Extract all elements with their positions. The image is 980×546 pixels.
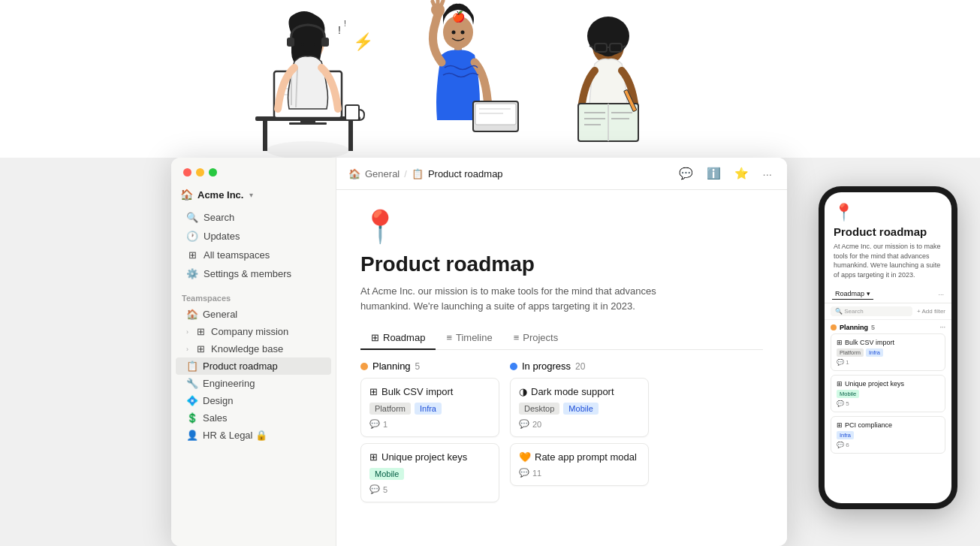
window-close-dot[interactable] (183, 168, 191, 176)
page-title: Product roadmap (360, 252, 763, 276)
phone-add-filter[interactable]: + Add filter (917, 308, 945, 315)
sidebar-item-sales[interactable]: 💲 Sales (176, 409, 331, 427)
nav-item-updates[interactable]: 🕐 Updates (176, 227, 331, 246)
kanban-column-in-progress: In progress 20 ◑ Dark mode support Deskt… (510, 360, 649, 508)
phone-column-more[interactable]: ··· (939, 324, 945, 331)
phone-mockup: 📍 Product roadmap At Acme Inc. our missi… (819, 186, 957, 509)
phone-card-footer-1: 💬 1 (837, 359, 939, 366)
home-icon: 🏠 (186, 309, 198, 320)
column-header-in-progress: In progress 20 (510, 360, 649, 372)
tab-roadmap[interactable]: ⊞ Roadmap (360, 327, 436, 350)
projects-icon: ≡ (514, 332, 520, 343)
table-icon: ⊞ (371, 332, 379, 343)
svg-point-35 (587, 17, 629, 56)
phone-card-title-2: ⊞ Unique project keys (837, 380, 939, 388)
page-icon: 📍 (360, 208, 763, 245)
sidebar: 🏠 Acme Inc. ▾ 🔍 Search 🕐 Updates ⊞ All t… (171, 158, 336, 546)
phone-tag-mobile: Mobile (837, 390, 859, 398)
tag-platform: Platform (369, 403, 411, 415)
chevron-right-icon: › (186, 328, 188, 336)
phone-search-box[interactable]: 🔍 Search (831, 306, 912, 316)
window-minimize-dot[interactable] (196, 168, 204, 176)
planning-label: Planning (372, 360, 411, 372)
tab-timeline[interactable]: ≡ Timeline (436, 327, 502, 350)
more-options-button[interactable]: ··· (759, 166, 775, 182)
sidebar-item-engineering[interactable]: 🔧 Engineering (176, 375, 331, 392)
kanban-card-unique-keys[interactable]: ⊞ Unique project keys Mobile 💬 5 (360, 443, 499, 502)
kanban-card-rate-app[interactable]: 🧡 Rate app prompt modal 💬 11 (510, 443, 649, 486)
svg-rect-30 (473, 101, 518, 131)
nav-item-settings[interactable]: ⚙️ Settings & members (176, 264, 331, 283)
svg-rect-1 (255, 116, 360, 121)
phone-card-2[interactable]: ⊞ Unique project keys Mobile 💬 5 (831, 375, 945, 412)
settings-icon: ⚙️ (186, 268, 198, 279)
svg-text:!: ! (338, 24, 341, 36)
nav-label-settings: Settings & members (204, 268, 291, 279)
tag-mobile-2: Mobile (563, 403, 598, 415)
nav-label-updates: Updates (204, 231, 240, 242)
phone-card-footer-2: 💬 5 (837, 400, 939, 407)
phone-tag-infra: Infra (866, 348, 883, 357)
svg-rect-3 (348, 121, 353, 151)
svg-point-24 (461, 31, 465, 35)
window-maximize-dot[interactable] (209, 168, 217, 176)
svg-point-23 (452, 31, 456, 35)
nav-item-all-teamspaces[interactable]: ⊞ All teamspaces (176, 246, 331, 264)
sidebar-item-company-mission[interactable]: › ⊞ Company mission (176, 323, 331, 340)
chevron-right-icon-2: › (186, 345, 188, 353)
kanban-board: Planning 5 ⊞ Bulk CSV import Platform In… (360, 360, 763, 508)
workspace-selector[interactable]: 🏠 Acme Inc. ▾ (171, 184, 336, 207)
card-footer-dark: 💬 20 (519, 419, 640, 429)
sidebar-item-hr-legal[interactable]: 👤 HR & Legal 🔒 (176, 427, 331, 444)
svg-rect-31 (475, 104, 516, 125)
kanban-card-bulk-csv[interactable]: ⊞ Bulk CSV import Platform Infra 💬 1 (360, 378, 499, 437)
in-progress-status-dot (510, 363, 517, 370)
tab-projects[interactable]: ≡ Projects (503, 327, 569, 350)
comment-button[interactable]: 💬 (676, 165, 696, 182)
card-title-rate-app: Rate app prompt modal (535, 451, 637, 463)
teamspace-label-product-roadmap: Product roadmap (203, 360, 278, 372)
sidebar-item-product-roadmap[interactable]: 📋 Product roadmap (176, 357, 331, 375)
table-view-icon-2: ⊞ (369, 451, 378, 463)
tab-timeline-label: Timeline (456, 332, 493, 343)
phone-card-icon-2: ⊞ (837, 380, 843, 388)
svg-line-40 (622, 46, 626, 47)
phone-more-options[interactable]: ··· (938, 291, 944, 298)
comment-icon-small: 💬 (369, 419, 380, 429)
phone-card-tags-2: Mobile (837, 390, 939, 398)
tag-infra: Infra (415, 403, 442, 415)
svg-line-39 (590, 46, 593, 47)
breadcrumb-separator: / (404, 168, 407, 179)
comment-count-20: 20 (532, 420, 541, 429)
nav-item-search[interactable]: 🔍 Search (176, 208, 331, 227)
top-bar: 🏠 General / 📋 Product roadmap 💬 ℹ️ ⭐ ··· (336, 158, 787, 190)
phone-tab-roadmap[interactable]: Roadmap ▾ (832, 288, 873, 300)
tab-projects-label: Projects (523, 332, 558, 343)
svg-text:⚡: ⚡ (353, 32, 374, 52)
phone-card-1[interactable]: ⊞ Bulk CSV import Platform Infra 💬 1 (831, 333, 945, 371)
card-title-row: ⊞ Bulk CSV import (369, 386, 490, 397)
card-footer-rate: 💬 11 (519, 468, 640, 478)
phone-card-icon-1: ⊞ (837, 339, 843, 346)
svg-line-27 (433, 2, 434, 5)
sidebar-item-knowledge-base[interactable]: › ⊞ Knowledge base (176, 340, 331, 357)
info-button[interactable]: ℹ️ (704, 165, 724, 182)
clock-icon: 🕐 (186, 231, 198, 242)
design-icon: 💠 (186, 395, 198, 406)
breadcrumb-parent[interactable]: General (365, 168, 400, 179)
phone-card-3[interactable]: ⊞ PCI compliance Infra 💬 6 (831, 416, 945, 454)
phone-card-tags-1: Platform Infra (837, 348, 939, 357)
tag-desktop: Desktop (519, 403, 559, 415)
kanban-column-planning: Planning 5 ⊞ Bulk CSV import Platform In… (360, 360, 499, 508)
hero-illustration-area: ⚡ ! ! 🍎 (0, 0, 980, 158)
card-title-row-2: ⊞ Unique project keys (369, 451, 490, 463)
svg-rect-4 (274, 71, 342, 118)
window-controls (171, 158, 336, 184)
card-tags-2: Mobile (369, 468, 490, 480)
sidebar-item-design[interactable]: 💠 Design (176, 392, 331, 409)
svg-rect-25 (454, 47, 462, 56)
favorite-button[interactable]: ⭐ (731, 165, 752, 182)
sidebar-item-general[interactable]: 🏠 General (176, 306, 331, 323)
column-header-planning: Planning 5 (360, 360, 499, 372)
kanban-card-dark-mode[interactable]: ◑ Dark mode support Desktop Mobile 💬 20 (510, 378, 649, 437)
